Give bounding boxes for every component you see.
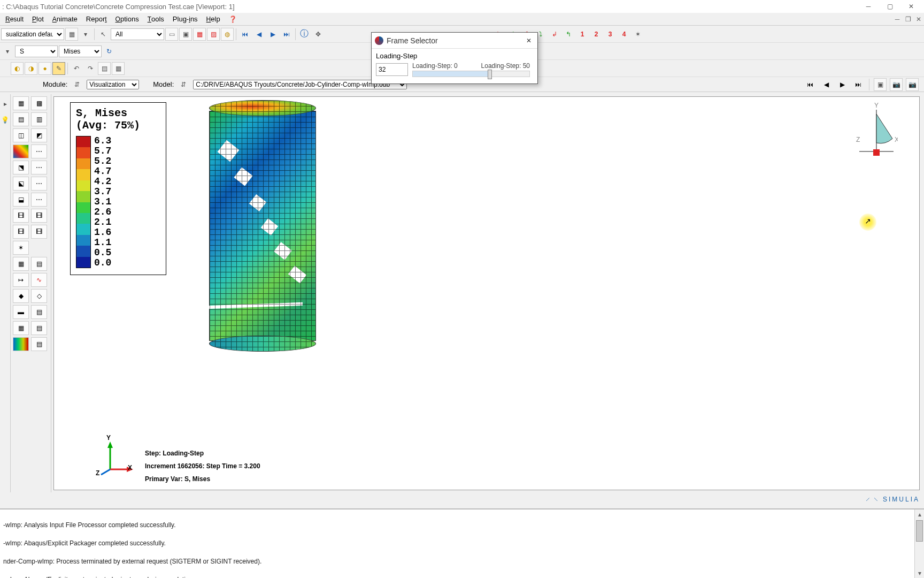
module-select[interactable]: Visualization — [87, 80, 139, 89]
frame-prev-button[interactable]: ◀ — [820, 78, 833, 91]
tool-h2[interactable]: 🎞 — [31, 209, 47, 223]
menu-help[interactable]: Help — [202, 14, 225, 24]
anim-prev-button[interactable]: ◀ — [252, 28, 265, 41]
select-polygon-button[interactable]: ▨ — [207, 28, 220, 41]
scroll-up-icon[interactable]: ▴ — [915, 509, 924, 519]
tool-k2[interactable]: ▤ — [31, 257, 47, 271]
whats-this-button[interactable]: ❓ — [225, 14, 241, 24]
pointer-tool[interactable]: ↖ — [97, 28, 110, 41]
log-scrollbar[interactable]: ▴ ▾ — [914, 509, 924, 578]
frame-selector-dialog[interactable]: Frame Selector ✕ Loading-Step Loading-St… — [371, 32, 538, 84]
mdi-restore[interactable]: ❐ — [903, 14, 913, 24]
refresh-button[interactable]: ↻ — [103, 45, 116, 58]
frame-slider[interactable] — [412, 71, 530, 77]
tree-expand-icon[interactable]: ▸ — [0, 97, 12, 110]
tool-a1[interactable]: ▦ — [13, 96, 29, 110]
scroll-thumb[interactable] — [916, 520, 923, 542]
maximize-button[interactable]: ▢ — [879, 1, 900, 12]
undo-button[interactable]: ↶ — [70, 62, 83, 75]
module-updown[interactable]: ⇵ — [71, 78, 83, 91]
tool-f2[interactable]: ⋯ — [31, 177, 47, 191]
minimize-button[interactable]: ─ — [858, 1, 879, 12]
menu-options[interactable]: Options — [111, 14, 143, 24]
tool-e1[interactable]: ⬔ — [13, 161, 29, 174]
tool-m1[interactable]: ◆ — [13, 289, 29, 303]
grid-2[interactable]: ▦ — [112, 62, 125, 75]
snapshot-1[interactable]: ▣ — [874, 78, 887, 91]
shape-2[interactable]: ◑ — [25, 62, 37, 75]
shape-4[interactable]: ✎ — [52, 62, 65, 75]
shape-3[interactable]: ● — [38, 62, 51, 75]
snapshot-2[interactable]: 📷 — [890, 78, 903, 91]
anim-first-button[interactable]: ⏮ — [238, 28, 251, 41]
mdi-minimize[interactable]: ─ — [892, 14, 903, 24]
tool-b2[interactable]: ▥ — [31, 112, 47, 126]
tool-d2[interactable]: ⋯ — [31, 144, 47, 158]
tool-b1[interactable]: ▤ — [13, 112, 29, 126]
tool-e2[interactable]: ⋯ — [31, 161, 47, 174]
menu-plugins[interactable]: Plug-ins — [168, 14, 202, 24]
tool-n1[interactable]: ▬ — [13, 305, 29, 319]
lightbulb-icon[interactable]: 💡 — [0, 113, 12, 126]
tool-g1[interactable]: ⬓ — [13, 193, 29, 207]
frame-last-button[interactable]: ⏭ — [852, 78, 865, 91]
tool-c1[interactable]: ◫ — [13, 128, 29, 142]
tool-m2[interactable]: ◇ — [31, 289, 47, 303]
viewport[interactable]: S, Mises (Avg: 75%) 6.35.75.24.74.23.73.… — [53, 96, 920, 490]
model-updown[interactable]: ⇵ — [177, 78, 190, 91]
tool-p2[interactable]: ▤ — [31, 337, 47, 351]
tool-j1[interactable]: ✶ — [13, 241, 29, 255]
view-1[interactable]: 1 — [576, 28, 589, 41]
tool-n2[interactable]: ▤ — [31, 305, 47, 319]
grid-1[interactable]: ▤ — [98, 62, 111, 75]
tool-h1[interactable]: 🎞 — [13, 209, 29, 223]
menu-animate[interactable]: Animate — [48, 14, 82, 24]
view-4[interactable]: 4 — [618, 28, 630, 41]
tool-g2[interactable]: ⋯ — [31, 193, 47, 207]
view-2[interactable]: 2 — [590, 28, 603, 41]
anim-play-button[interactable]: ▶ — [266, 28, 279, 41]
tool-a2[interactable]: ▩ — [31, 96, 47, 110]
frame-number-input[interactable] — [376, 63, 408, 76]
tool-c2[interactable]: ◩ — [31, 128, 47, 142]
frame-play-button[interactable]: ▶ — [836, 78, 849, 91]
tool-l2[interactable]: ∿ — [31, 273, 47, 287]
color-dropdown-button[interactable]: ▾ — [79, 28, 92, 41]
mdi-close[interactable]: ✕ — [913, 14, 924, 24]
close-button[interactable]: ✕ — [900, 1, 922, 12]
snapshot-3[interactable]: 📷 — [906, 78, 919, 91]
select-all-button[interactable]: ▭ — [165, 28, 178, 41]
color-mapping-button[interactable]: ▦ — [65, 28, 78, 41]
select-crossing-button[interactable]: ▦ — [193, 28, 206, 41]
frame-first-button[interactable]: ⏮ — [804, 78, 817, 91]
view-xy6[interactable]: ↰ — [562, 28, 575, 41]
select-inside-button[interactable]: ▣ — [179, 28, 192, 41]
dialog-close-button[interactable]: ✕ — [523, 35, 534, 46]
component-select[interactable]: Mises — [59, 45, 102, 57]
tool-i1[interactable]: 🎞 — [13, 225, 29, 239]
anim-last-button[interactable]: ⏭ — [280, 28, 293, 41]
tool-d1[interactable] — [13, 144, 29, 158]
menu-result[interactable]: Result — [1, 14, 28, 24]
tool-o1[interactable]: ▦ — [13, 321, 29, 335]
selection-filter-select[interactable]: All — [111, 28, 164, 40]
field-output-dropdown[interactable]: ▾ — [1, 45, 14, 58]
view-compass[interactable]: Y Z X — [855, 101, 898, 160]
message-log[interactable]: -wImp: Analysis Input File Processor com… — [0, 508, 924, 578]
menu-report[interactable]: Report — [82, 14, 111, 24]
menu-plot[interactable]: Plot — [28, 14, 48, 24]
redo-button[interactable]: ↷ — [84, 62, 97, 75]
field-select[interactable]: S — [15, 45, 58, 57]
tool-f1[interactable]: ⬕ — [13, 177, 29, 191]
view-xy5[interactable]: ↲ — [548, 28, 561, 41]
tool-i2[interactable]: 🎞 — [31, 225, 47, 239]
scroll-down-icon[interactable]: ▾ — [915, 568, 924, 578]
pan-button[interactable]: ✥ — [312, 28, 325, 41]
view-iso[interactable]: ✶ — [632, 28, 644, 41]
tool-o2[interactable]: ▤ — [31, 321, 47, 335]
tool-k1[interactable]: ▦ — [13, 257, 29, 271]
menu-tools[interactable]: Tools — [143, 14, 168, 24]
tool-p1[interactable] — [13, 337, 29, 351]
select-box-button[interactable]: ◍ — [221, 28, 234, 41]
tool-l1[interactable]: ↦ — [13, 273, 29, 287]
